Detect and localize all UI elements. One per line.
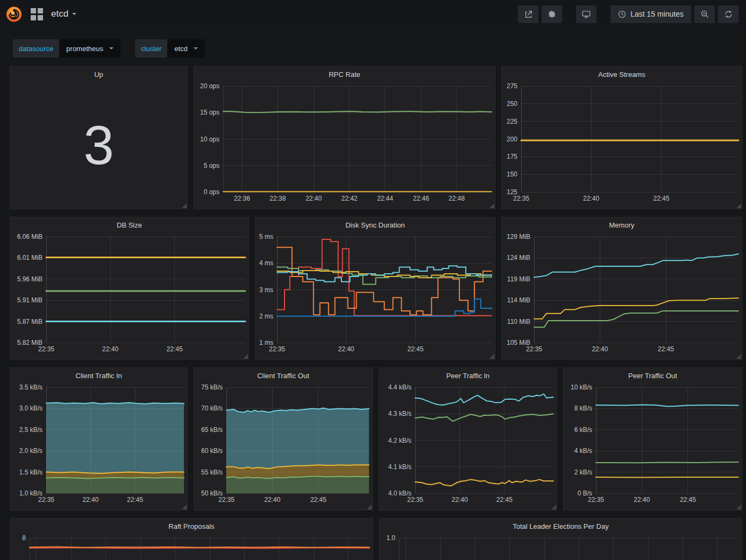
variable-datasource: datasource prometheus [13, 39, 120, 58]
variable-dropdown-cluster[interactable]: etcd [167, 39, 205, 58]
panel-peer-traffic-out: Peer Traffic Out 0 B/s2 kB/s4 kB/s6 kB/s… [563, 367, 742, 511]
zoom-out-icon [700, 10, 709, 19]
db-size-chart[interactable]: 5.82 MiB5.87 MiB5.91 MiB5.96 MiB6.01 MiB… [10, 232, 248, 359]
svg-text:2 kB/s: 2 kB/s [574, 469, 592, 476]
panel-title-db-size[interactable]: DB Size [10, 217, 248, 232]
variable-dropdown-datasource[interactable]: prometheus [59, 39, 120, 58]
variable-cluster: cluster etcd [135, 39, 205, 58]
panel-resize-handle[interactable] [243, 354, 248, 359]
panel-title-peer-traffic-in[interactable]: Peer Traffic In [379, 368, 557, 383]
zoom-out-button[interactable] [694, 5, 715, 23]
panel-leader-elections: Total Leader Elections Per Day 1.0 [379, 518, 742, 560]
panel-client-traffic-out: Client Traffic Out 50 kB/s55 kB/s60 kB/s… [194, 367, 373, 511]
monitor-icon [581, 10, 591, 19]
disk-sync-duration-chart[interactable]: 1 ms2 ms3 ms4 ms5 ms22:3522:4022:45 [255, 232, 495, 359]
raft-proposals-chart[interactable]: 8 [10, 534, 373, 560]
svg-text:150: 150 [507, 171, 517, 178]
panel-disk-sync-duration: Disk Sync Duration 1 ms2 ms3 ms4 ms5 ms2… [255, 217, 495, 360]
refresh-icon [724, 10, 733, 19]
svg-text:175: 175 [507, 153, 517, 160]
dashboard-title-dropdown[interactable]: etcd [51, 9, 76, 19]
chevron-down-icon [72, 13, 76, 15]
svg-text:225: 225 [507, 118, 517, 125]
grafana-logo[interactable] [5, 5, 23, 23]
peer-traffic-in-chart[interactable]: 4.0 kB/s4.1 kB/s4.2 kB/s4.3 kB/s4.4 kB/s… [379, 383, 557, 510]
chevron-down-icon [109, 47, 113, 49]
panel-resize-handle[interactable] [489, 203, 494, 208]
svg-text:22:48: 22:48 [449, 195, 465, 202]
client-traffic-out-chart[interactable]: 50 kB/s55 kB/s60 kB/s65 kB/s70 kB/s75 kB… [194, 383, 372, 510]
svg-text:22:45: 22:45 [680, 496, 696, 504]
leader-elections-chart[interactable]: 1.0 [380, 534, 742, 560]
chart-svg: 105 MiB110 MiB114 MiB119 MiB124 MiB129 M… [502, 232, 742, 359]
panel-title-rpc-rate[interactable]: RPC Rate [194, 67, 495, 82]
svg-text:4.1 kB/s: 4.1 kB/s [388, 463, 411, 471]
svg-text:114 MiB: 114 MiB [507, 296, 530, 304]
svg-text:5.91 MiB: 5.91 MiB [17, 296, 42, 304]
panel-title-leader-elections[interactable]: Total Leader Elections Per Day [380, 519, 742, 534]
chart-svg: 4.0 kB/s4.1 kB/s4.2 kB/s4.3 kB/s4.4 kB/s… [379, 383, 557, 510]
svg-text:22:40: 22:40 [583, 195, 599, 202]
chevron-down-icon [194, 47, 198, 49]
svg-text:6 kB/s: 6 kB/s [574, 426, 592, 434]
panel-resize-handle[interactable] [551, 505, 556, 509]
panel-resize-handle[interactable] [182, 203, 187, 208]
time-range-picker[interactable]: Last 15 minutes [610, 5, 691, 23]
svg-text:275: 275 [507, 82, 517, 90]
chart-svg: 1.0 kB/s1.5 kB/s2.0 kB/s2.5 kB/s3.0 kB/s… [10, 383, 187, 510]
svg-text:22:40: 22:40 [102, 345, 118, 353]
svg-text:4.4 kB/s: 4.4 kB/s [388, 384, 411, 391]
panel-title-memory[interactable]: Memory [502, 217, 742, 232]
svg-text:110 MiB: 110 MiB [507, 318, 530, 325]
panel-title-client-traffic-out[interactable]: Client Traffic Out [194, 368, 372, 383]
svg-text:22:35: 22:35 [269, 345, 285, 353]
chart-svg: 1.0 [380, 534, 742, 560]
svg-text:5 ms: 5 ms [259, 233, 273, 240]
dashboard-title: etcd [51, 9, 68, 19]
svg-text:22:45: 22:45 [127, 496, 143, 504]
panel-resize-handle[interactable] [736, 354, 741, 359]
chart-svg: 0 ops5 ops10 ops15 ops20 ops22:3622:3822… [194, 82, 495, 209]
tv-mode-button[interactable] [576, 5, 596, 23]
share-button[interactable] [518, 5, 538, 23]
panel-up: Up 3 [10, 66, 188, 209]
svg-text:22:45: 22:45 [167, 345, 183, 353]
svg-text:3.0 kB/s: 3.0 kB/s [19, 405, 42, 412]
svg-text:22:45: 22:45 [310, 496, 326, 504]
chart-svg: 50 kB/s55 kB/s60 kB/s65 kB/s70 kB/s75 kB… [194, 383, 372, 510]
panel-title-peer-traffic-out[interactable]: Peer Traffic Out [564, 368, 742, 383]
svg-text:5.87 MiB: 5.87 MiB [17, 318, 42, 325]
panel-title-up[interactable]: Up [10, 67, 187, 82]
panel-title-raft-proposals[interactable]: Raft Proposals [10, 519, 373, 534]
svg-text:22:35: 22:35 [513, 195, 529, 202]
rpc-rate-chart[interactable]: 0 ops5 ops10 ops15 ops20 ops22:3622:3822… [194, 82, 495, 209]
svg-text:200: 200 [507, 136, 517, 143]
variable-value-cluster: etcd [174, 45, 188, 53]
svg-text:22:40: 22:40 [592, 345, 608, 353]
dashboards-grid-icon[interactable] [31, 8, 43, 20]
svg-text:2.0 kB/s: 2.0 kB/s [19, 447, 42, 455]
panel-resize-handle[interactable] [489, 354, 494, 359]
svg-text:70 kB/s: 70 kB/s [201, 405, 223, 412]
gear-icon [548, 10, 557, 19]
memory-chart[interactable]: 105 MiB110 MiB114 MiB119 MiB124 MiB129 M… [502, 232, 742, 359]
panel-title-client-traffic-in[interactable]: Client Traffic In [10, 368, 187, 383]
panel-resize-handle[interactable] [182, 505, 187, 509]
svg-text:4.3 kB/s: 4.3 kB/s [388, 410, 411, 417]
client-traffic-in-chart[interactable]: 1.0 kB/s1.5 kB/s2.0 kB/s2.5 kB/s3.0 kB/s… [10, 383, 187, 510]
up-stat-value: 3 [10, 82, 187, 209]
svg-text:10 ops: 10 ops [200, 136, 219, 143]
panel-resize-handle[interactable] [736, 505, 741, 509]
panel-resize-handle[interactable] [367, 505, 372, 509]
panel-resize-handle[interactable] [736, 203, 741, 208]
svg-text:22:42: 22:42 [341, 195, 357, 202]
refresh-button[interactable] [718, 5, 738, 23]
settings-button[interactable] [542, 5, 562, 23]
active-streams-chart[interactable]: 12515017520022525027522:3522:4022:45 [502, 82, 742, 209]
panel-title-active-streams[interactable]: Active Streams [502, 67, 742, 82]
svg-text:124 MiB: 124 MiB [507, 254, 530, 261]
svg-text:15 ops: 15 ops [200, 109, 219, 116]
svg-text:22:35: 22:35 [218, 496, 235, 504]
panel-title-disk-sync-duration[interactable]: Disk Sync Duration [255, 217, 495, 232]
peer-traffic-out-chart[interactable]: 0 B/s2 kB/s4 kB/s6 kB/s8 kB/s10 kB/s22:3… [564, 383, 742, 510]
